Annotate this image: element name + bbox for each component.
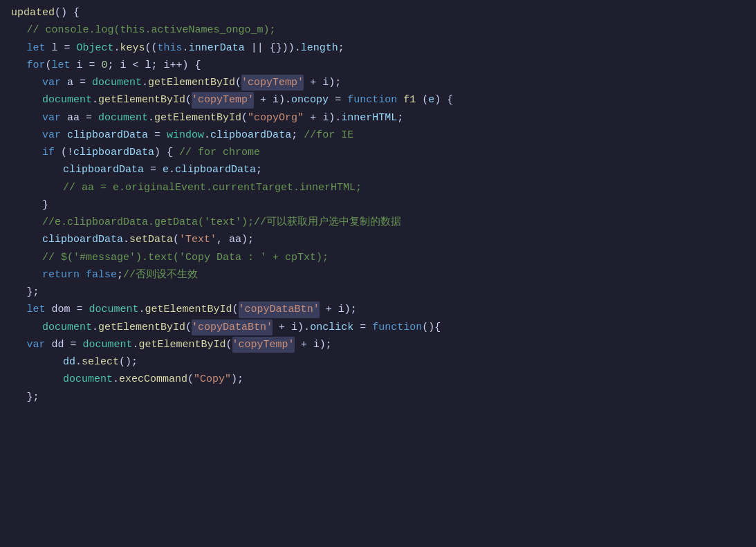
code-line-20: var dd = document.getElementById('copyTe… (0, 336, 756, 353)
code-line-10: clipboardData = e.clipboardData; (0, 161, 756, 178)
code-line-11: // aa = e.originalEvent.currentTarget.in… (0, 179, 756, 196)
code-line-12: } (0, 196, 756, 214)
code-line-3: let l = Object.keys((this.innerData || {… (0, 39, 756, 57)
code-line-22: document.execCommand("Copy"); (0, 371, 756, 388)
code-line-5: var a = document.getElementById('copyTem… (0, 74, 756, 91)
code-line-16: return false;//否则设不生效 (0, 266, 756, 284)
code-editor: updated() { // console.log(this.activeNa… (0, 0, 756, 547)
code-line-9: if (!clipboardData) { // for chrome (0, 144, 756, 161)
code-line-18: let dom = document.getElementById('copyD… (0, 301, 756, 318)
code-line-23: }; (0, 389, 756, 406)
code-line-15: // $('#message').text('Copy Data : ' + c… (0, 249, 756, 266)
code-line-19: document.getElementById('copyDataBtn' + … (0, 319, 756, 336)
code-line-21: dd.select(); (0, 353, 756, 371)
code-line-1: updated() { (0, 4, 756, 21)
code-line-8: var clipboardData = window.clipboardData… (0, 127, 756, 144)
code-line-6: document.getElementById('copyTemp' + i).… (0, 91, 756, 109)
code-line-14: clipboardData.setData('Text', aa); (0, 231, 756, 248)
code-line-4: for(let i = 0; i < l; i++) { (0, 57, 756, 74)
code-line-13: //e.clipboardData.getData('text');//可以获取… (0, 214, 756, 231)
code-line-2: // console.log(this.activeNames_ongo_m); (0, 21, 756, 39)
code-line-17: }; (0, 284, 756, 301)
code-line-7: var aa = document.getElementById("copyOr… (0, 109, 756, 127)
